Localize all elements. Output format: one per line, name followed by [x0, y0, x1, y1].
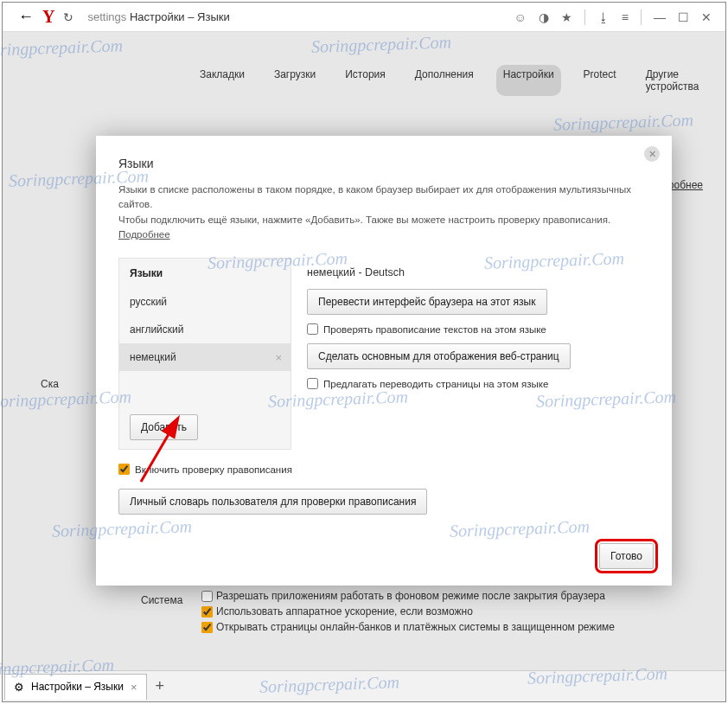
offer-translate-checkbox[interactable]: [307, 378, 318, 389]
language-detail: немецкий - Deutsch Перевести интерфейс б…: [291, 258, 649, 450]
modal-close-icon[interactable]: ✕: [644, 146, 660, 162]
shield-icon[interactable]: ◑: [539, 10, 549, 24]
address-prefix: settings: [87, 10, 126, 23]
bookmark-star-icon[interactable]: ★: [561, 10, 572, 24]
new-tab-button[interactable]: +: [156, 677, 165, 695]
lang-item-russian[interactable]: русский: [119, 288, 291, 316]
browser-tab-title: Настройки – Языки: [31, 681, 124, 693]
lang-list-header: Языки: [119, 259, 291, 288]
enable-spellcheck-checkbox[interactable]: [118, 464, 130, 475]
offer-translate-label: Предлагать переводить страницы на этом я…: [323, 379, 548, 389]
reload-icon[interactable]: ↻: [63, 10, 73, 24]
enable-spellcheck-label: Включить проверку правописания: [135, 464, 292, 475]
feedback-icon[interactable]: ☺: [514, 10, 527, 24]
browser-tabbar: ⚙ Настройки – Языки × +: [3, 670, 725, 701]
back-button[interactable]: ←: [18, 8, 34, 26]
titlebar: ← Y ↻ settings Настройки – Языки ☺ ◑ ★ ⭳…: [3, 3, 725, 32]
lang-detail-title: немецкий - Deutsch: [307, 266, 649, 278]
modal-backdrop: ✕ Языки Языки в списке расположены в так…: [3, 32, 725, 670]
translate-ui-button[interactable]: Перевести интерфейс браузера на этот язы…: [307, 289, 547, 315]
close-tab-icon[interactable]: ×: [131, 681, 137, 694]
spellcheck-lang-label: Проверять правописание текстов на этом я…: [323, 324, 546, 335]
make-default-button[interactable]: Сделать основным для отображения веб-стр…: [307, 343, 571, 369]
modal-title: Языки: [118, 157, 649, 170]
yandex-logo[interactable]: Y: [42, 7, 54, 27]
address-text: Настройки – Языки: [130, 10, 230, 23]
browser-tab[interactable]: ⚙ Настройки – Языки ×: [4, 674, 147, 700]
personal-dictionary-button[interactable]: Личный словарь пользователя для проверки…: [118, 489, 427, 515]
address-bar[interactable]: settings Настройки – Языки: [87, 10, 229, 23]
language-list: Языки русский английский немецкий × Доба…: [118, 258, 291, 450]
gear-icon: ⚙: [14, 681, 24, 694]
close-window-icon[interactable]: ✕: [701, 10, 712, 24]
divider: [584, 10, 585, 25]
languages-modal: ✕ Языки Языки в списке расположены в так…: [96, 136, 672, 586]
lang-item-german[interactable]: немецкий ×: [119, 343, 291, 371]
done-highlight-ring: Готово: [595, 539, 658, 573]
menu-icon[interactable]: ≡: [622, 10, 629, 24]
add-language-button[interactable]: Добавить: [130, 414, 198, 440]
minimize-icon[interactable]: —: [654, 10, 666, 24]
modal-more-link[interactable]: Подробнее: [118, 229, 170, 240]
lang-item-english[interactable]: английский: [119, 316, 291, 343]
spellcheck-lang-checkbox[interactable]: [307, 323, 318, 335]
remove-lang-icon[interactable]: ×: [275, 351, 282, 364]
downloads-icon[interactable]: ⭳: [597, 10, 610, 24]
divider: [641, 10, 642, 25]
modal-description: Языки в списке расположены в таком поряд…: [118, 182, 649, 242]
done-button[interactable]: Готово: [599, 543, 654, 569]
maximize-icon[interactable]: ☐: [678, 10, 689, 24]
